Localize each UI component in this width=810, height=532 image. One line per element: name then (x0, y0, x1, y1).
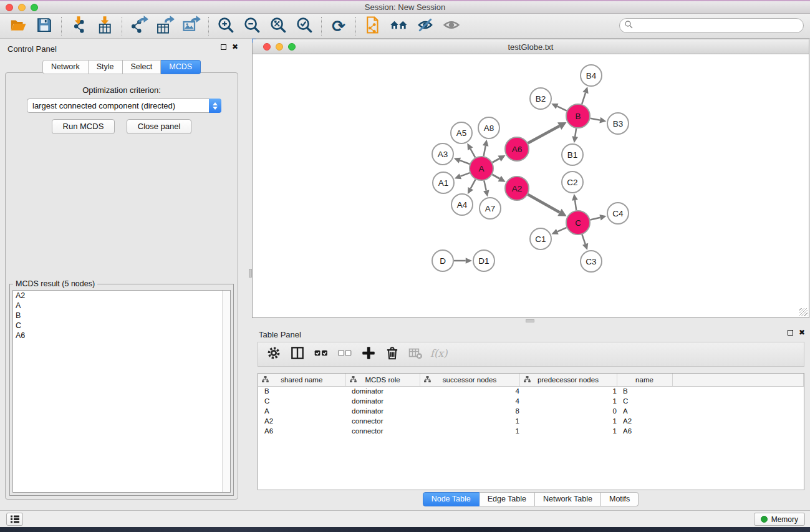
node-table: shared nameMCDS rolesuccessor nodesprede… (258, 374, 804, 436)
edge-arrow (466, 258, 472, 264)
fx-icon: f(x) (429, 345, 450, 364)
cell: A (258, 406, 345, 416)
column-label: MCDS role (365, 376, 400, 384)
table-row[interactable]: Bdominator41B (258, 386, 804, 396)
control-panel-tabs: NetworkStyleSelectMCDS (0, 60, 243, 74)
settings-button[interactable] (263, 344, 284, 364)
search-input[interactable] (633, 20, 803, 31)
edge-C-C3 (582, 235, 585, 244)
zoom-out-button[interactable] (239, 16, 265, 37)
criterion-select[interactable]: largest connected component (directed) (27, 99, 221, 113)
tab-network[interactable]: Network (42, 60, 89, 74)
node-label-A: A (478, 164, 484, 173)
settings-icon (266, 345, 282, 364)
cell: connector (345, 426, 420, 436)
column-header-predecessor-nodes[interactable]: predecessor nodes (519, 374, 617, 386)
attribute-icon (524, 376, 531, 384)
node-label-A6: A6 (512, 145, 523, 154)
tab-node-table[interactable]: Node Table (423, 492, 480, 506)
zoom-in-icon (216, 16, 235, 37)
optimization-label: Optimization criterion: (6, 85, 238, 95)
export-table-button[interactable] (152, 16, 178, 37)
tab-mcds[interactable]: MCDS (161, 60, 201, 74)
tab-edge-table[interactable]: Edge Table (480, 492, 535, 506)
column-header-name[interactable]: name (617, 374, 672, 386)
tab-network-table[interactable]: Network Table (535, 492, 601, 506)
table-row[interactable]: Adominator80A (258, 406, 804, 416)
column-header-successor-nodes[interactable]: successor nodes (420, 374, 519, 386)
node-label-D: D (440, 256, 446, 266)
node-label-A1: A1 (438, 178, 449, 188)
run-mcds-button[interactable]: Run MCDS (52, 119, 115, 134)
task-history-button[interactable] (6, 513, 23, 526)
tab-style[interactable]: Style (89, 60, 123, 74)
close-panel-button[interactable]: Close panel (127, 119, 192, 134)
columns-button[interactable] (287, 344, 308, 364)
resize-grip[interactable] (799, 308, 808, 316)
close-table-panel-icon[interactable]: ✖ (799, 330, 805, 336)
delete-table-icon (408, 345, 424, 364)
column-header-MCDS-role[interactable]: MCDS role (345, 374, 420, 386)
column-label: shared name (281, 376, 322, 384)
open-button[interactable] (5, 16, 31, 37)
memory-button[interactable]: Memory (754, 513, 805, 526)
edge-arrow (582, 243, 588, 250)
column-header-shared-name[interactable]: shared name (258, 374, 345, 386)
edge-arrow (572, 194, 578, 201)
export-network-button[interactable] (126, 16, 152, 37)
show-graphics-icon (442, 16, 461, 37)
zoom-out-icon (243, 16, 261, 37)
save-button[interactable] (31, 16, 57, 37)
control-panel: Control Panel ✖ NetworkStyleSelectMCDS O… (0, 39, 243, 510)
add-button[interactable] (358, 344, 379, 364)
tab-select[interactable]: Select (123, 60, 162, 74)
edge-A-A8 (484, 146, 486, 157)
cell: A6 (617, 426, 672, 436)
edge-B-B2 (557, 106, 567, 110)
node-label-A3: A3 (438, 150, 448, 159)
desktop-vscroll-thumb[interactable] (249, 269, 252, 278)
edge-A-A7 (484, 181, 486, 191)
hide-details-icon (416, 16, 435, 37)
hide-details-button[interactable] (412, 16, 438, 37)
table-row[interactable]: Cdominator41C (258, 396, 804, 406)
zoom-in-button[interactable] (213, 16, 239, 37)
close-panel-icon[interactable]: ✖ (232, 44, 238, 50)
open-icon (9, 16, 27, 37)
export-image-button[interactable] (178, 16, 205, 37)
cell: dominator (345, 386, 420, 396)
node-label-A2: A2 (512, 184, 523, 193)
desktop-hscroll-thumb[interactable] (526, 319, 534, 322)
mcds-result-items: A2ABCA6 (13, 291, 230, 341)
zoom-fit-icon (269, 16, 287, 37)
show-graphics-button[interactable] (438, 16, 465, 37)
tab-motifs[interactable]: Motifs (601, 492, 639, 506)
network-from-file-icon (364, 16, 382, 37)
status-bar: Memory (0, 510, 810, 527)
edge-arrow (483, 140, 489, 147)
deselect-all-button[interactable] (334, 344, 355, 364)
zoom-selected-button[interactable] (291, 16, 317, 37)
import-table-button[interactable] (92, 16, 118, 37)
cell: A (617, 406, 672, 416)
home-button[interactable] (386, 16, 412, 37)
network-from-file-button[interactable] (360, 16, 386, 37)
mcds-result-list[interactable]: A2ABCA6 (12, 290, 231, 493)
refresh-icon: ⟳ (332, 18, 345, 34)
table-row[interactable]: A2connector11A2 (258, 416, 804, 426)
select-all-icon (313, 345, 329, 364)
edge-A-A4 (471, 180, 476, 189)
zoom-fit-button[interactable] (265, 16, 291, 37)
network-canvas[interactable]: B4B2BB3A8A5A6A3B1AC2A1A2A4A7C4CC1DD1C3 (253, 54, 809, 317)
float-panel-icon[interactable] (221, 44, 226, 50)
table-row[interactable]: A6connector11A6 (258, 426, 804, 436)
edge-A2-C (528, 195, 559, 213)
float-table-panel-icon[interactable] (788, 330, 793, 336)
result-scrollbar[interactable] (222, 291, 230, 492)
select-all-button[interactable] (311, 344, 332, 364)
edge-arrow (599, 215, 606, 220)
import-network-button[interactable] (65, 16, 92, 37)
delete-button[interactable] (382, 344, 403, 364)
refresh-button[interactable]: ⟳ (325, 16, 352, 37)
search-field[interactable] (619, 18, 804, 33)
